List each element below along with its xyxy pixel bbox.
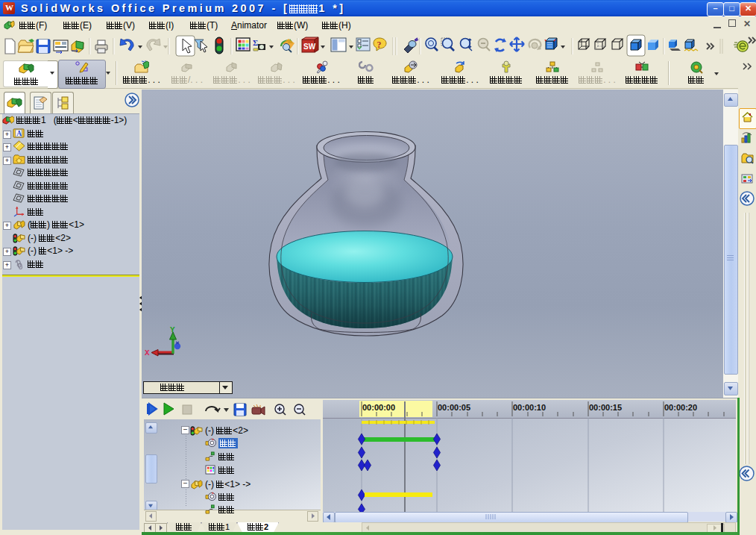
svg-text:?: ? [377, 40, 382, 50]
svg-text:X: X [145, 348, 150, 357]
svg-text:Σ: Σ [253, 38, 258, 47]
svg-text:SW: SW [303, 43, 316, 51]
